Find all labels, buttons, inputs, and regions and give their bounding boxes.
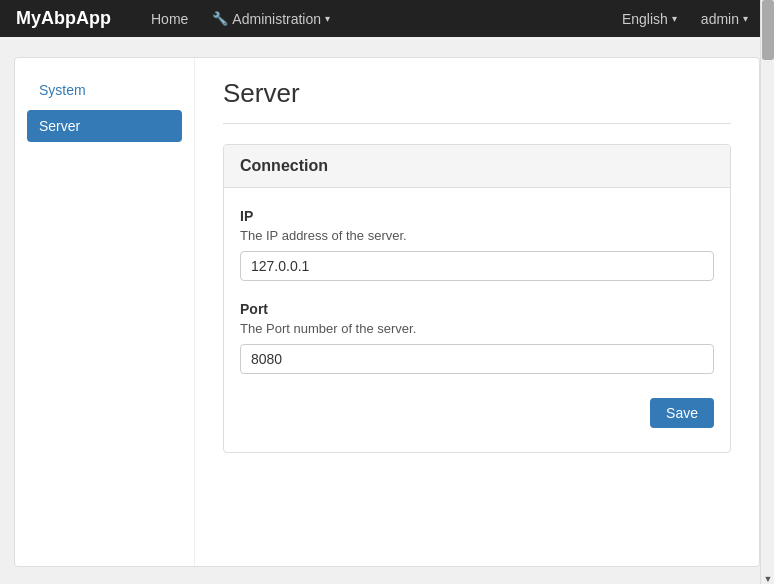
nav-user[interactable]: admin ▾ xyxy=(691,5,758,33)
scrollbar-down-arrow[interactable]: ▼ xyxy=(761,574,774,584)
section-title: Connection xyxy=(240,157,328,174)
ip-group: IP The IP address of the server. xyxy=(240,208,714,281)
sidebar-item-server[interactable]: Server xyxy=(27,110,182,142)
nav-administration[interactable]: 🔧 Administration ▾ xyxy=(202,5,340,33)
scrollbar-track: ▲ ▼ xyxy=(760,0,774,584)
ip-hint: The IP address of the server. xyxy=(240,228,714,243)
language-label: English xyxy=(622,11,668,27)
ip-label: IP xyxy=(240,208,714,224)
nav-home[interactable]: Home xyxy=(141,5,198,33)
nav-right: English ▾ admin ▾ xyxy=(612,5,758,33)
page-wrapper: System Server Server Connection IP The I… xyxy=(14,57,760,567)
connection-section: Connection IP The IP address of the serv… xyxy=(223,144,731,453)
sidebar-item-system[interactable]: System xyxy=(27,74,182,106)
nav-language[interactable]: English ▾ xyxy=(612,5,687,33)
section-header: Connection xyxy=(224,145,730,188)
page-title: Server xyxy=(223,78,731,109)
user-label: admin xyxy=(701,11,739,27)
port-input[interactable] xyxy=(240,344,714,374)
port-group: Port The Port number of the server. xyxy=(240,301,714,374)
save-button[interactable]: Save xyxy=(650,398,714,428)
ip-input[interactable] xyxy=(240,251,714,281)
navbar: MyAbpApp Home 🔧 Administration ▾ English… xyxy=(0,0,774,37)
administration-label: Administration xyxy=(232,11,321,27)
page-divider xyxy=(223,123,731,124)
port-hint: The Port number of the server. xyxy=(240,321,714,336)
main-content: Server Connection IP The IP address of t… xyxy=(195,58,759,566)
wrench-icon: 🔧 xyxy=(212,11,228,26)
brand[interactable]: MyAbpApp xyxy=(16,8,111,29)
language-chevron-icon: ▾ xyxy=(672,13,677,24)
home-label: Home xyxy=(151,11,188,27)
scrollbar-thumb[interactable] xyxy=(762,0,774,60)
sidebar: System Server xyxy=(15,58,195,566)
nav-links: Home 🔧 Administration ▾ xyxy=(141,5,592,33)
port-label: Port xyxy=(240,301,714,317)
user-chevron-icon: ▾ xyxy=(743,13,748,24)
chevron-down-icon: ▾ xyxy=(325,13,330,24)
section-body: IP The IP address of the server. Port Th… xyxy=(224,188,730,452)
